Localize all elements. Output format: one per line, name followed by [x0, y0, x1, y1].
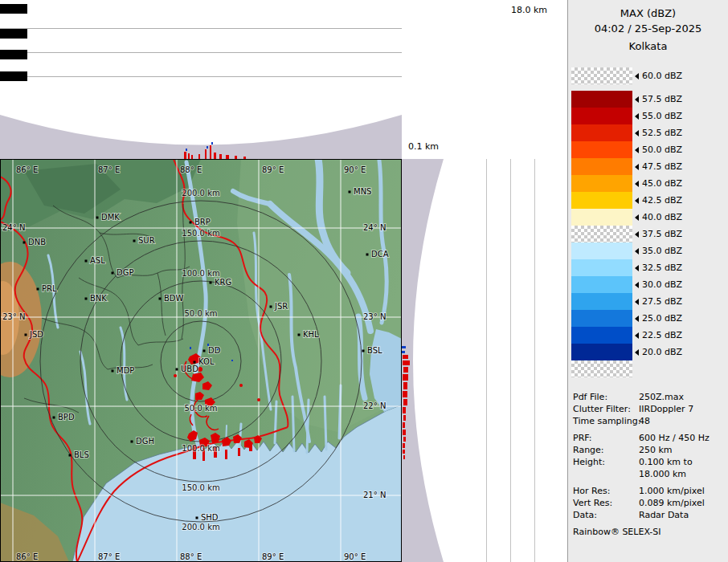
info-row: Hor Res:1.000 km/pixel: [568, 485, 728, 497]
latitude-label: 24° N: [2, 223, 25, 232]
city-marker: [85, 298, 88, 300]
station-name: Kolkata: [568, 40, 728, 53]
legend-swatch: [571, 344, 632, 360]
legend-swatch: [571, 360, 632, 377]
legend-row: 60.0 dBZ: [568, 67, 728, 84]
city-marker: [112, 370, 114, 373]
legend-label: 22.5 dBZ: [642, 330, 682, 340]
info-row: Clutter Filter:IIRDoppler 7: [568, 403, 728, 415]
legend-row: 30.0 dBZ: [568, 276, 728, 293]
legend-row: 35.0 dBZ: [568, 242, 728, 259]
info-row: Pdf File:250Z.max: [568, 391, 728, 403]
legend-tick-icon: [635, 214, 639, 221]
product-datetime: 04:02 / 25-Sep-2025: [568, 22, 728, 35]
radar-map: DMKBRPSURDNBASLDGPKRGPRLBNKBDWJSRMNSDCAK…: [0, 159, 402, 562]
legend-tick-icon: [635, 181, 639, 187]
city-label: JSD: [29, 330, 43, 339]
legend-swatch: [571, 310, 632, 327]
legend-row: 52.5 dBZ: [568, 124, 728, 141]
info-row: Time sampling:48: [568, 415, 728, 427]
info-label: Range:: [573, 445, 604, 455]
legend-row: 55.0 dBZ: [568, 108, 728, 124]
longitude-label: 89° E: [262, 552, 284, 561]
right-panel-canvas: [402, 159, 567, 562]
legend-row: 40.0 dBZ: [568, 209, 728, 226]
longitude-label: 90° E: [344, 165, 366, 174]
legend-swatch: [571, 242, 632, 259]
legend-row: 42.5 dBZ: [568, 192, 728, 209]
city-label: SHD: [201, 513, 219, 522]
legend-label: 32.5 dBZ: [642, 263, 682, 273]
info-value: Radar Data: [639, 510, 689, 520]
right-projection-panel: [402, 159, 567, 562]
info-value: 18.000 km: [639, 469, 686, 479]
legend-row: 45.0 dBZ: [568, 175, 728, 192]
legend-label: 35.0 dBZ: [642, 246, 682, 256]
info-row: Height:0.100 km to: [568, 456, 728, 468]
info-label: Pdf File:: [573, 392, 607, 402]
city-label: KRG: [215, 278, 231, 287]
legend-swatch: [571, 293, 632, 310]
info-value: 0.100 km to: [639, 457, 693, 467]
longitude-label: 88° E: [180, 552, 202, 561]
legend-tick-icon: [635, 130, 639, 136]
range-ring-label: 150.0 km: [182, 483, 219, 492]
legend-row: 37.5 dBZ: [568, 226, 728, 242]
city-label: DMK: [101, 213, 120, 222]
city-label: DGP: [117, 268, 133, 277]
info-label: Time sampling:: [573, 416, 640, 426]
range-ring-label: 200.0 km: [182, 523, 219, 531]
city-marker: [176, 369, 178, 371]
legend-label: 25.0 dBZ: [642, 313, 682, 324]
legend-tick-icon: [635, 265, 639, 271]
city-marker: [133, 240, 136, 242]
city-label: BPD: [58, 413, 75, 422]
color-scale: 60.0 dBZ57.5 dBZ55.0 dBZ52.5 dBZ50.0 dBZ…: [568, 67, 728, 377]
city-label: JSR: [274, 302, 288, 311]
city-marker: [85, 260, 88, 263]
city-label: BSL: [367, 346, 382, 355]
info-label: Clutter Filter:: [573, 404, 631, 414]
city-marker: [23, 242, 26, 244]
legend-label: 55.0 dBZ: [642, 111, 682, 121]
legend-tick-icon: [635, 73, 639, 79]
legend-row: 22.5 dBZ: [568, 327, 728, 344]
info-label: Data:: [573, 510, 597, 520]
product-title: MAX (dBZ): [568, 7, 728, 20]
height-axis-min-label: 0.1 km: [408, 141, 439, 152]
legend-swatch: [571, 67, 632, 84]
range-ring-label: 100.0 km: [182, 444, 219, 453]
city-marker: [37, 288, 39, 291]
longitude-label: 88° E: [180, 165, 202, 174]
info-label: PRF:: [573, 433, 591, 443]
longitude-label: 86° E: [16, 552, 38, 561]
city-marker: [196, 517, 198, 519]
radar-display-window: 18.0 km 0.1 km: [0, 0, 728, 562]
longitude-label: 89° E: [262, 165, 284, 174]
legend-row: 57.5 dBZ: [568, 91, 728, 108]
city-marker: [96, 217, 99, 219]
city-marker: [349, 191, 351, 193]
city-marker: [366, 254, 369, 256]
city-marker: [25, 334, 27, 336]
city-marker: [270, 306, 272, 308]
legend-tick-icon: [635, 231, 639, 238]
axis-corner: 18.0 km 0.1 km: [402, 0, 567, 159]
legend-swatch: [571, 276, 632, 293]
legend-swatch: [571, 108, 632, 124]
legend-row: 25.0 dBZ: [568, 310, 728, 327]
info-row: PRF:600 Hz / 450 Hz: [568, 432, 728, 444]
city-marker: [203, 350, 206, 352]
city-label: UBD: [181, 364, 198, 373]
city-label: SUR: [138, 236, 155, 245]
legend-swatch: [571, 158, 632, 175]
legend-row: 20.0 dBZ: [568, 344, 728, 360]
legend-tick-icon: [635, 299, 639, 305]
city-label: MNS: [354, 187, 371, 196]
city-label: PRL: [42, 284, 57, 293]
legend-label: 27.5 dBZ: [642, 296, 682, 307]
legend-swatch: [571, 124, 632, 141]
city-label: KHL: [303, 330, 319, 339]
city-marker: [53, 417, 55, 419]
city-marker: [298, 334, 301, 336]
